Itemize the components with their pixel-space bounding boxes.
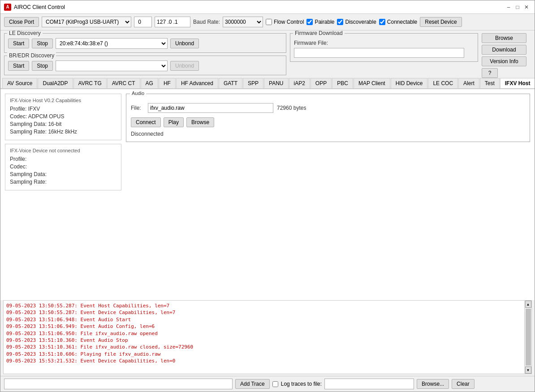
spin-input[interactable] <box>134 17 152 27</box>
flow-control-group: Flow Control <box>266 19 304 25</box>
reset-device-button[interactable]: Reset Device <box>420 17 462 27</box>
browse-button[interactable]: Browse <box>482 33 526 43</box>
tab-hf-advanced[interactable]: HF Advanced <box>176 78 218 88</box>
download-button[interactable]: Download <box>482 45 526 55</box>
browse-log-button[interactable]: Browse... <box>417 379 449 389</box>
device-sampling-data-label: Sampling Data: <box>10 171 47 177</box>
host-sampling-rate-label: Sampling Rate: <box>10 129 47 135</box>
trace-input[interactable] <box>4 379 233 389</box>
bredr-unbond-button[interactable]: Unbond <box>170 61 199 71</box>
audio-play-button[interactable]: Play <box>164 117 184 127</box>
connectable-label: Connectable <box>387 19 417 25</box>
tab-gatt[interactable]: GATT <box>219 78 242 88</box>
capabilities-panel: IFX-Voice Host V0.2 Capabilities Profile… <box>5 94 121 296</box>
log-traces-label: Log traces to file: <box>281 381 322 387</box>
baud-rate-label: Baud Rate: <box>193 19 220 25</box>
tab-iap2[interactable]: iAP2 <box>289 78 310 88</box>
log-line-5: 09-05-2023 13:51:06.950: File ifxv_audio… <box>6 330 522 337</box>
log-file-input[interactable] <box>324 379 414 389</box>
tabs-bar: AV Source DualA2DP AVRC TG AVRC CT AG HF… <box>0 78 535 89</box>
top-section: LE Discovery Start Stop 20:e8:74:4b:38:e… <box>0 30 535 78</box>
window-title: AIROC Client Control <box>14 4 504 10</box>
log-line-3: 09-05-2023 13:51:06.948: Event Audio Sta… <box>6 316 522 323</box>
log-scrollbar: ▲ ▼ <box>524 301 531 374</box>
tab-av-source[interactable]: AV Source <box>2 78 37 88</box>
connectable-checkbox[interactable] <box>379 19 385 25</box>
tab-spp[interactable]: SPP <box>243 78 263 88</box>
maximize-button[interactable]: □ <box>513 3 522 12</box>
audio-buttons: Connect Play Browse <box>131 117 525 127</box>
tab-ifxv-host[interactable]: IFXV Host <box>500 78 535 89</box>
le-start-button[interactable]: Start <box>8 39 29 48</box>
firmware-file-label: Firmware File: <box>294 40 474 46</box>
firmware-group: Firmware Download Firmware File: <box>290 33 478 62</box>
firmware-title: Firmware Download <box>293 30 345 36</box>
tab-map-client[interactable]: MAP Client <box>354 78 390 88</box>
version-info-button[interactable]: Version Info <box>482 56 526 66</box>
audio-group: Audio File: 72960 bytes Connect Play Bro… <box>126 94 530 142</box>
scroll-thumb[interactable] <box>526 309 531 366</box>
log-line-2: 09-05-2023 13:50:55.287: Event Device Ca… <box>6 309 522 316</box>
discoverable-checkbox[interactable] <box>337 19 343 25</box>
pairable-group: Pairable <box>306 19 334 25</box>
status-bar: Add Trace Log traces to file: Browse... … <box>0 376 535 392</box>
device-sampling-rate-row: Sampling Rate: <box>10 179 116 185</box>
audio-browse-button[interactable]: Browse <box>186 117 214 127</box>
device-profile-row: Profile: <box>10 156 116 162</box>
port-select[interactable]: COM17 (KitProg3 USB-UART) <box>42 17 131 27</box>
scroll-down-button[interactable]: ▼ <box>525 366 531 374</box>
le-discovery-title: LE Discovery <box>7 30 43 36</box>
close-button[interactable]: ✕ <box>522 3 531 12</box>
tab-test[interactable]: Test <box>480 78 500 88</box>
ip-input[interactable] <box>155 17 190 27</box>
tab-dual-a2dp[interactable]: DualA2DP <box>38 78 73 88</box>
scroll-up-button[interactable]: ▲ <box>525 301 531 308</box>
device-codec-label: Codec: <box>10 164 27 170</box>
tab-hf[interactable]: HF <box>159 78 176 88</box>
tab-avrc-tg[interactable]: AVRC TG <box>73 78 107 88</box>
tab-opp[interactable]: OPP <box>311 78 332 88</box>
host-profile-label: Profile: <box>10 106 26 112</box>
firmware-file-input[interactable] <box>294 48 464 58</box>
minimize-button[interactable]: – <box>504 3 513 12</box>
audio-panel: Audio File: 72960 bytes Connect Play Bro… <box>126 94 530 296</box>
tab-le-coc[interactable]: LE COC <box>428 78 458 88</box>
host-capabilities-title: IFX-Voice Host V0.2 Capabilities <box>10 98 116 103</box>
log-traces-checkbox[interactable] <box>272 381 278 387</box>
host-sampling-data-row: Sampling Data: 16-bit <box>10 121 116 127</box>
device-capabilities-box: IFX-Voice Device not connected Profile: … <box>5 144 121 190</box>
close-port-button[interactable]: Close Port <box>4 17 39 27</box>
host-sampling-data-label: Sampling Data: <box>10 121 47 127</box>
audio-file-input[interactable] <box>148 103 273 113</box>
pairable-checkbox[interactable] <box>306 19 313 25</box>
audio-file-row: File: 72960 bytes <box>131 103 525 113</box>
tab-ag[interactable]: AG <box>141 78 158 88</box>
baud-select[interactable]: 3000000 <box>223 17 263 27</box>
tab-avrc-ct[interactable]: AVRC CT <box>107 78 140 88</box>
tab-pbc[interactable]: PBC <box>332 78 353 88</box>
discoverable-label: Discoverable <box>345 19 376 25</box>
bredr-discovery-group: BR/EDR Discovery Start Stop Unbond <box>4 56 286 75</box>
host-profile-row: Profile: IFXV <box>10 106 116 112</box>
bredr-stop-button[interactable]: Stop <box>32 61 53 71</box>
bredr-device-select[interactable] <box>56 60 168 71</box>
pairable-label: Pairable <box>315 19 334 25</box>
log-content: 09-05-2023 13:50:55.287: Event Host Capa… <box>4 301 531 374</box>
le-stop-button[interactable]: Stop <box>32 39 53 48</box>
discoverable-group: Discoverable <box>337 19 376 25</box>
question-button[interactable]: ? <box>482 68 498 78</box>
tab-hid-device[interactable]: HID Device <box>391 78 428 88</box>
host-profile-value: IFXV <box>28 106 40 112</box>
audio-connect-button[interactable]: Connect <box>131 117 161 127</box>
tab-alert[interactable]: Alert <box>458 78 479 88</box>
audio-group-title: Audio <box>130 90 146 96</box>
add-trace-button[interactable]: Add Trace <box>235 379 270 389</box>
le-unbond-button[interactable]: Unbond <box>170 39 199 48</box>
flow-control-checkbox[interactable] <box>266 19 272 25</box>
device-sampling-rate-label: Sampling Rate: <box>10 179 47 185</box>
clear-button[interactable]: Clear <box>452 379 475 389</box>
audio-status: Disconnected <box>131 131 525 137</box>
tab-panu[interactable]: PANU <box>264 78 288 88</box>
bredr-start-button[interactable]: Start <box>8 61 29 71</box>
le-device-select[interactable]: 20:e8:74:4b:38:e7 () <box>56 38 168 49</box>
